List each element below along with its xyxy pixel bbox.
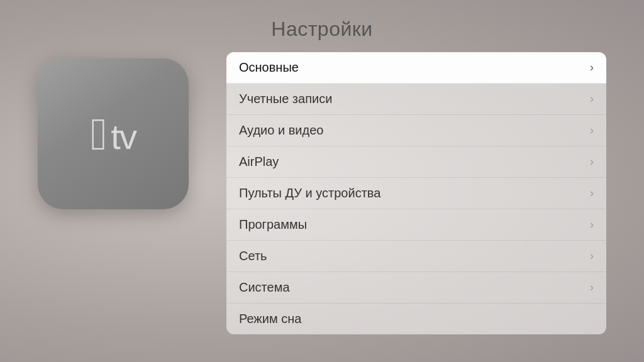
menu-item-label-network: Сеть: [239, 249, 267, 263]
main-content:  tv Основные›Учетные записи›Аудио и вид…: [0, 52, 644, 334]
chevron-icon-audio-video: ›: [590, 124, 594, 137]
menu-item-label-remotes: Пульты ДУ и устройства: [239, 186, 380, 200]
menu-item-system[interactable]: Система›: [226, 272, 606, 304]
chevron-icon-remotes: ›: [590, 187, 594, 200]
menu-item-label-sleep: Режим сна: [239, 312, 301, 326]
settings-menu: Основные›Учетные записи›Аудио и видео›Ai…: [226, 52, 606, 334]
menu-item-audio-video[interactable]: Аудио и видео›: [226, 115, 606, 146]
menu-item-label-system: Система: [239, 280, 290, 295]
apple-tv-logo:  tv: [38, 58, 189, 209]
menu-item-label-osnovnye: Основные: [239, 60, 299, 75]
chevron-icon-accounts: ›: [590, 92, 594, 106]
chevron-icon-system: ›: [590, 281, 594, 294]
menu-item-label-airplay: AirPlay: [239, 155, 279, 169]
menu-item-label-accounts: Учетные записи: [239, 92, 332, 106]
menu-item-network[interactable]: Сеть›: [226, 241, 606, 272]
tv-label: tv: [111, 116, 136, 157]
chevron-icon-apps: ›: [590, 218, 594, 231]
menu-item-osnovnye[interactable]: Основные›: [226, 52, 606, 84]
chevron-icon-network: ›: [590, 250, 594, 263]
menu-item-airplay[interactable]: AirPlay›: [226, 146, 606, 178]
menu-item-apps[interactable]: Программы›: [226, 209, 606, 241]
menu-item-label-apps: Программы: [239, 217, 307, 232]
menu-item-label-audio-video: Аудио и видео: [239, 123, 323, 138]
chevron-icon-airplay: ›: [590, 155, 594, 168]
menu-item-sleep[interactable]: Режим сна: [226, 304, 606, 334]
menu-item-remotes[interactable]: Пульты ДУ и устройства›: [226, 178, 606, 209]
apple-icon: : [91, 111, 107, 156]
page-title: Настройки: [271, 18, 372, 41]
chevron-icon-osnovnye: ›: [590, 61, 594, 74]
menu-item-accounts[interactable]: Учетные записи›: [226, 84, 606, 115]
